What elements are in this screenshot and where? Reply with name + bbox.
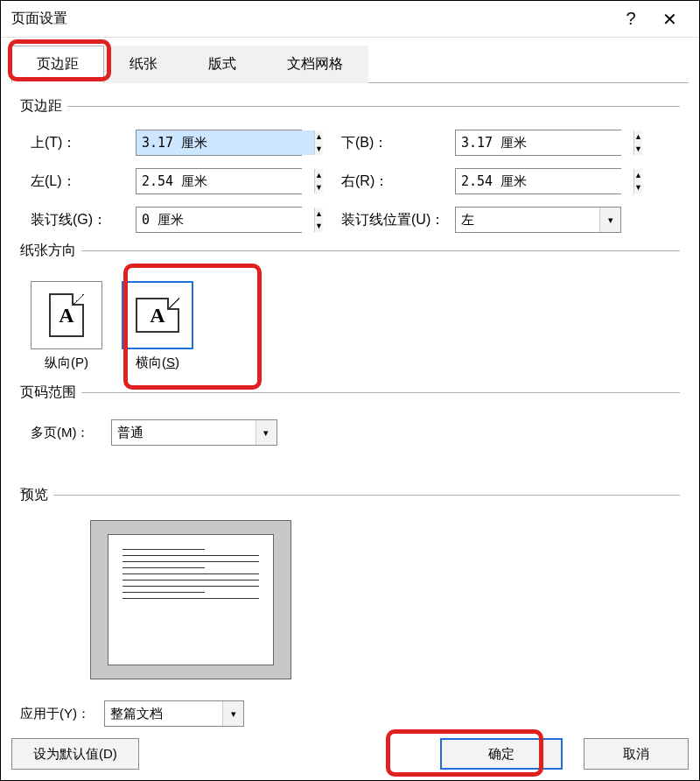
top-margin-spinner[interactable]: ▲▼: [136, 130, 302, 156]
orientation-portrait[interactable]: 纵向(P): [31, 281, 102, 371]
multipage-label: 多页(M)：: [31, 425, 90, 441]
landscape-icon: [136, 298, 179, 333]
pages-group: 页码范围 多页(M)： 普通 ▾: [20, 383, 680, 481]
spin-up-icon[interactable]: ▲: [634, 130, 642, 143]
orientation-group: 纸张方向 纵向(P) 横向(S): [20, 242, 680, 378]
orientation-landscape[interactable]: 横向(S): [122, 281, 193, 371]
margins-group: 页边距 上(T)： ▲▼ 下(B)： ▲▼ 左(L)： ▲▼: [20, 97, 680, 236]
orientation-legend: 纸张方向: [20, 242, 81, 260]
margins-legend: 页边距: [20, 97, 67, 116]
spin-up-icon[interactable]: ▲: [315, 208, 323, 220]
spin-down-icon[interactable]: ▼: [315, 181, 323, 193]
bottom-margin-spinner[interactable]: ▲▼: [455, 130, 621, 156]
gutter-pos-select[interactable]: 左 ▾: [455, 207, 621, 233]
left-margin-input[interactable]: [136, 169, 314, 193]
multipage-select[interactable]: 普通 ▾: [111, 419, 277, 446]
chevron-down-icon[interactable]: ▾: [222, 701, 243, 726]
gutter-input[interactable]: [136, 208, 314, 232]
cancel-button[interactable]: 取消: [584, 738, 689, 770]
portrait-icon: [49, 293, 84, 337]
bottom-margin-input[interactable]: [456, 130, 634, 155]
preview-canvas: [90, 520, 291, 679]
right-label: 右(R)：: [341, 172, 455, 191]
tab-margins[interactable]: 页边距: [11, 46, 104, 83]
apply-to-select[interactable]: 整篇文档 ▾: [104, 700, 244, 727]
spin-down-icon[interactable]: ▼: [315, 220, 323, 232]
tab-paper[interactable]: 纸张: [104, 46, 183, 83]
apply-to-value: 整篇文档: [105, 706, 222, 722]
right-margin-spinner[interactable]: ▲▼: [455, 168, 621, 194]
gutter-label: 装订线(G)：: [31, 211, 136, 229]
tab-layout[interactable]: 版式: [183, 46, 262, 83]
top-label: 上(T)：: [31, 134, 136, 152]
dialog-title: 页面设置: [11, 10, 612, 28]
pages-legend: 页码范围: [20, 383, 81, 402]
gutter-pos-value: 左: [456, 212, 599, 229]
bottom-label: 下(B)：: [341, 134, 455, 152]
multipage-value: 普通: [112, 425, 256, 441]
spin-up-icon[interactable]: ▲: [315, 130, 323, 143]
spin-up-icon[interactable]: ▲: [315, 169, 323, 181]
set-default-button[interactable]: 设为默认值(D): [11, 738, 139, 770]
spin-up-icon[interactable]: ▲: [634, 169, 642, 181]
preview-group: 预览 应用于(Y)： 整篇文档 ▾: [20, 486, 680, 737]
chevron-down-icon[interactable]: ▾: [256, 420, 276, 445]
dialog-button-row: 设为默认值(D) 确定 取消: [11, 738, 689, 770]
tab-strip: 页边距 纸张 版式 文档网格: [1, 38, 699, 82]
top-margin-input[interactable]: [136, 130, 314, 155]
right-margin-input[interactable]: [456, 169, 634, 193]
chevron-down-icon[interactable]: ▾: [599, 208, 620, 232]
portrait-label: 纵向(P): [45, 355, 88, 371]
preview-legend: 预览: [20, 486, 53, 504]
page-setup-dialog: 页面设置 ? ✕ 页边距 纸张 版式 文档网格 页边距 上(T)： ▲▼ 下(B…: [0, 0, 700, 781]
apply-to-label: 应用于(Y)：: [20, 706, 90, 722]
preview-page-icon: [108, 534, 274, 665]
left-label: 左(L)：: [31, 172, 136, 191]
help-button[interactable]: ?: [612, 1, 650, 38]
gutter-spinner[interactable]: ▲▼: [136, 207, 302, 233]
spin-down-icon[interactable]: ▼: [634, 143, 642, 155]
left-margin-spinner[interactable]: ▲▼: [136, 168, 302, 194]
titlebar: 页面设置 ? ✕: [1, 1, 699, 38]
close-button[interactable]: ✕: [650, 1, 689, 38]
landscape-label: 横向(S): [136, 355, 179, 371]
spin-down-icon[interactable]: ▼: [315, 143, 323, 155]
gutter-pos-label: 装订线位置(U)：: [341, 211, 455, 229]
dialog-body: 页边距 上(T)： ▲▼ 下(B)： ▲▼ 左(L)： ▲▼: [1, 83, 699, 746]
spin-down-icon[interactable]: ▼: [634, 181, 642, 193]
tab-docgrid[interactable]: 文档网格: [262, 46, 368, 83]
ok-button[interactable]: 确定: [440, 738, 563, 770]
